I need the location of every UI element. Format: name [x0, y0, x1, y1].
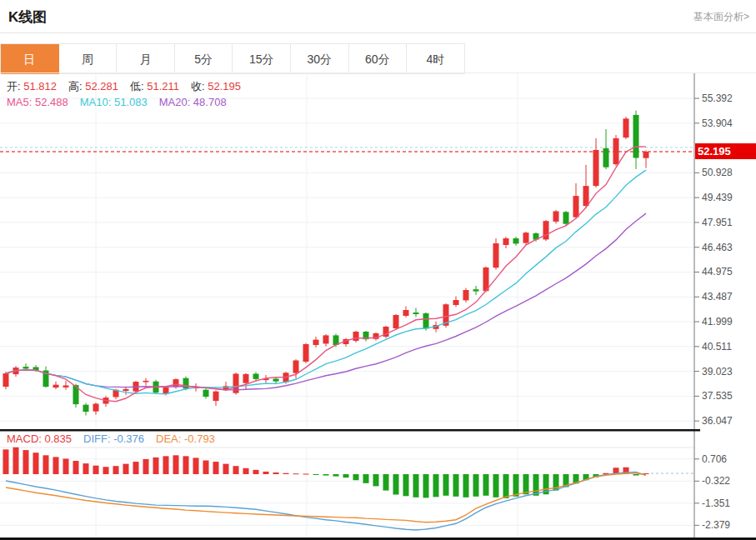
legend-value: -0.376 [111, 432, 144, 445]
tab-30分[interactable]: 30分 [291, 44, 349, 74]
svg-text:-0.322: -0.322 [702, 475, 730, 487]
svg-text:46.463: 46.463 [702, 242, 733, 253]
tab-月[interactable]: 月 [117, 44, 175, 74]
svg-text:37.535: 37.535 [702, 390, 733, 402]
candlestick-layer [3, 111, 649, 416]
macd-legend: MACD: 0.835DIFF: -0.376DEA: -0.793 [7, 432, 227, 445]
page-title: K线图 [8, 8, 47, 27]
tab-5分[interactable]: 5分 [175, 44, 233, 74]
svg-text:55.392: 55.392 [702, 92, 733, 104]
legend-label: DEA: [156, 432, 181, 445]
fundamental-analysis-link[interactable]: 基本面分析> [693, 10, 749, 24]
dea-line [6, 473, 646, 522]
legend-label: 低: [130, 80, 144, 92]
legend-label: DIFF: [83, 432, 111, 445]
legend-label: MA5: [7, 96, 32, 108]
legend-value: 52.195 [205, 80, 241, 92]
svg-text:43.487: 43.487 [702, 291, 733, 302]
period-tab-bar: 日周月5分15分30分60分4时 [0, 43, 465, 73]
legend-value: -0.793 [181, 432, 214, 445]
ma5-line [6, 147, 646, 402]
legend-value: 52.281 [83, 80, 118, 92]
legend-label: 收: [191, 80, 205, 92]
tab-日[interactable]: 日 [1, 44, 59, 74]
kline-page: K线图 基本面分析> 日周月5分15分30分60分4时 55.39253.904… [0, 0, 756, 540]
legend-value: 51.812 [21, 80, 57, 92]
legend-label: MACD: [7, 432, 42, 445]
page-header: K线图 基本面分析> [0, 0, 756, 33]
chart-area: 55.39253.90450.92849.43947.95146.46344.9… [0, 73, 756, 540]
legend-value: 48.708 [190, 96, 226, 108]
svg-text:47.951: 47.951 [702, 217, 733, 228]
svg-text:40.511: 40.511 [702, 341, 732, 352]
svg-text:36.047: 36.047 [702, 415, 733, 427]
legend-value: 51.211 [144, 80, 179, 92]
legend-value: 51.083 [111, 96, 147, 108]
svg-text:0.706: 0.706 [702, 453, 727, 465]
ma10-line [6, 170, 646, 394]
legend-value: 0.835 [42, 432, 72, 445]
svg-text:-1.351: -1.351 [702, 498, 730, 509]
legend-label: MA20: [159, 96, 191, 108]
kline-chart-canvas[interactable]: 55.39253.90450.92849.43947.95146.46344.9… [0, 73, 756, 540]
svg-text:39.023: 39.023 [702, 366, 733, 378]
svg-text:50.928: 50.928 [702, 167, 733, 178]
legend-label: MA10: [80, 96, 112, 108]
current-price-badge: 52.195 [695, 143, 756, 159]
svg-text:49.439: 49.439 [702, 192, 733, 203]
ohlc-legend: 开: 51.812高: 52.281低: 51.211收: 52.195 [7, 79, 253, 94]
svg-text:41.999: 41.999 [702, 316, 733, 328]
tab-15分[interactable]: 15分 [233, 44, 291, 74]
legend-label: 高: [68, 80, 83, 92]
tab-60分[interactable]: 60分 [349, 44, 408, 74]
tab-4时[interactable]: 4时 [407, 44, 465, 74]
legend-label: 开: [7, 80, 21, 92]
tab-周[interactable]: 周 [59, 44, 118, 74]
svg-text:53.904: 53.904 [702, 118, 733, 129]
ma-legend: MA5: 52.488MA10: 51.083MA20: 48.708 [7, 96, 238, 108]
svg-text:-2.379: -2.379 [702, 519, 730, 531]
legend-value: 52.488 [32, 96, 68, 108]
svg-text:44.975: 44.975 [702, 266, 733, 278]
